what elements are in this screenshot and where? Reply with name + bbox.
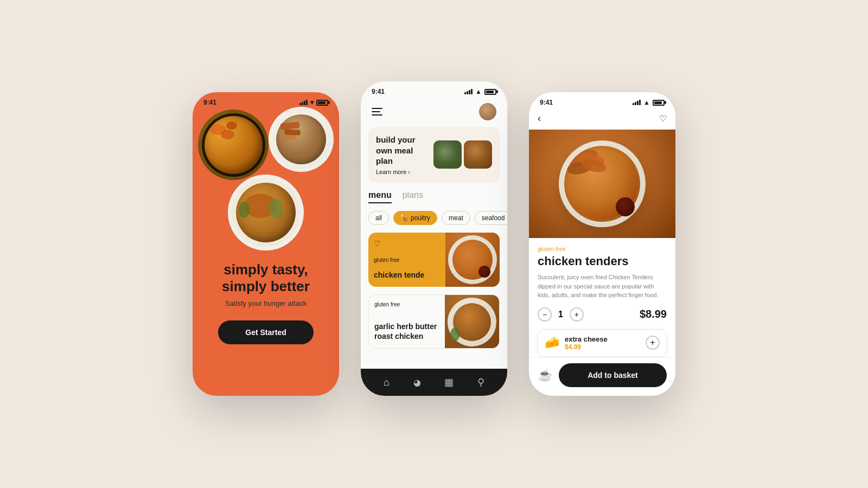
status-icons-3: ▲ — [633, 99, 665, 106]
filter-poultry[interactable]: 🍗 poultry — [393, 211, 437, 225]
hamburger-menu-icon[interactable] — [372, 108, 382, 115]
status-bar-3: 9:41 ▲ — [529, 92, 675, 110]
price-display: $8.99 — [640, 308, 667, 320]
plate-shrimp — [202, 113, 265, 177]
detail-bottom-bar: ☕ Add to basket — [529, 357, 675, 396]
nav-home-icon[interactable]: ⌂ — [384, 377, 390, 388]
nav-menu-icon[interactable]: ▦ — [444, 376, 454, 388]
phone-3-detail: 9:41 ▲ ‹ ♡ — [529, 92, 675, 396]
card-info-1: ♡ gluten free chicken tende — [368, 233, 445, 287]
extra-info: extra cheese $4.99 — [565, 335, 640, 351]
learn-more-link[interactable]: Learn more › — [376, 169, 429, 175]
status-bar-2: 9:41 ▲ — [361, 81, 507, 99]
badge-1: gluten free — [374, 257, 440, 263]
extra-cheese-icon: 🧀 — [545, 336, 559, 350]
food-card-chicken-tenders[interactable]: ♡ gluten free chicken tende — [368, 233, 500, 287]
main-plate — [559, 140, 646, 227]
detail-content: gluten free chicken tenders Succulent, j… — [529, 238, 675, 357]
food-image-shrimp — [198, 110, 269, 180]
card-name-2: garlic herb butter roast chicken — [374, 322, 439, 341]
phone-1-splash: 9:41 ▾ — [193, 92, 339, 396]
add-extra-button[interactable]: + — [646, 336, 660, 350]
wifi-icon-2: ▲ — [475, 88, 482, 95]
app-header — [361, 99, 507, 127]
battery-icon-3 — [653, 100, 665, 106]
food-cards-list: ♡ gluten free chicken tende gluten free … — [361, 233, 507, 365]
increase-quantity-button[interactable]: + — [570, 307, 584, 322]
card-image-2 — [445, 295, 499, 349]
signal-icon-2 — [464, 89, 473, 94]
quantity-price-row: − 1 + $8.99 — [538, 307, 667, 322]
food-image-flatbread — [269, 107, 334, 172]
gluten-free-badge: gluten free — [538, 246, 667, 252]
food-flatbread-inner — [276, 114, 326, 164]
sauce-cup — [616, 197, 635, 216]
filter-all[interactable]: all — [368, 211, 389, 225]
signal-icon-3 — [633, 100, 641, 105]
card-image-1 — [445, 233, 500, 287]
status-icons-2: ▲ — [464, 88, 496, 95]
favorite-button[interactable]: ♡ — [659, 113, 667, 124]
time-3: 9:41 — [540, 99, 553, 106]
food-chicken-inner — [236, 183, 296, 242]
card-info-2: gluten free garlic herb butter roast chi… — [369, 295, 445, 348]
food-images-1 — [193, 104, 339, 256]
extra-price: $4.99 — [565, 343, 640, 351]
food-shrimp-inner — [205, 116, 263, 174]
dish-title: chicken tenders — [538, 254, 667, 268]
filter-seafood[interactable]: seafood — [475, 211, 507, 225]
time-2: 9:41 — [372, 88, 385, 95]
banner-title: build your own meal plan — [376, 134, 429, 166]
tab-menu[interactable]: menu — [368, 190, 392, 203]
bottom-nav: ⌂ ◕ ▦ ⚲ — [361, 369, 507, 396]
card-name-1: chicken tende — [374, 270, 440, 280]
filter-chips: all 🍗 poultry meat seafood — [361, 211, 507, 225]
poultry-icon: 🍗 — [400, 214, 409, 222]
battery-icon-2 — [484, 89, 496, 95]
banner-image-2 — [464, 140, 492, 169]
back-button[interactable]: ‹ — [538, 113, 541, 124]
basket-icon[interactable]: ☕ — [538, 368, 552, 382]
quantity-value: 1 — [558, 310, 563, 319]
decrease-quantity-button[interactable]: − — [538, 307, 552, 322]
plate-flatbread — [272, 110, 330, 169]
detail-food-image — [529, 130, 675, 238]
nav-search-icon[interactable]: ⚲ — [477, 376, 484, 388]
detail-header: ‹ ♡ — [529, 110, 675, 130]
food-image-chicken — [228, 175, 304, 251]
banner-text: build your own meal plan Learn more › — [376, 134, 429, 175]
banner-images — [433, 140, 492, 169]
banner-image-1 — [433, 140, 462, 169]
add-to-basket-button[interactable]: Add to basket — [559, 363, 667, 387]
quantity-control: − 1 + — [538, 307, 584, 322]
dish-description: Succulent, juicy oven fried Chicken Tend… — [538, 273, 667, 300]
extra-name: extra cheese — [565, 335, 640, 343]
plate-chicken — [232, 178, 300, 247]
subtitle: Satisfy your hunger attack — [218, 299, 313, 307]
splash-text: simply tasty, simply better Satisfy your… — [205, 261, 327, 344]
wifi-icon-3: ▲ — [643, 99, 650, 106]
tab-plans[interactable]: plans — [403, 190, 423, 203]
card-heart-1: ♡ — [374, 239, 440, 248]
get-started-button[interactable]: Get Started — [218, 320, 313, 344]
filter-meat[interactable]: meat — [442, 211, 470, 225]
phone-2-menu: 9:41 ▲ build your own meal plan Learn mo… — [361, 81, 507, 396]
nav-basket-icon[interactable]: ◕ — [413, 377, 421, 388]
badge-2: gluten free — [374, 301, 439, 307]
user-avatar[interactable] — [479, 103, 496, 120]
food-card-roast-chicken[interactable]: gluten free garlic herb butter roast chi… — [368, 294, 500, 349]
menu-tabs: menu plans — [361, 190, 507, 203]
tagline: simply tasty, simply better — [218, 261, 313, 295]
meal-plan-banner[interactable]: build your own meal plan Learn more › — [368, 127, 500, 183]
extra-item-cheese[interactable]: 🧀 extra cheese $4.99 + — [538, 329, 667, 357]
